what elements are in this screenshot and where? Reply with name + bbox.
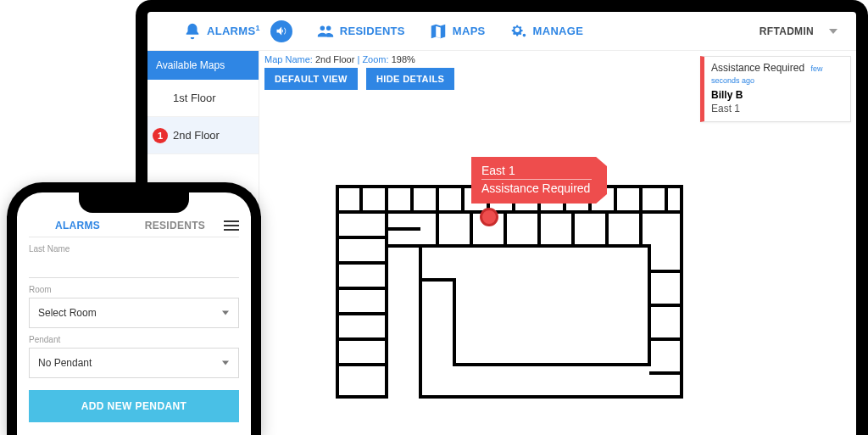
tab-alarms[interactable]: ALARMS <box>29 220 126 231</box>
lastname-input[interactable] <box>29 255 239 278</box>
nav-maps[interactable]: MAPS <box>429 22 486 41</box>
hide-details-button[interactable]: HIDE DETAILS <box>366 68 454 90</box>
tab-residents[interactable]: RESIDENTS <box>126 220 224 231</box>
nav-maps-label: MAPS <box>453 25 486 37</box>
map-icon <box>429 22 448 41</box>
map-callout[interactable]: East 1 Assistance Required <box>471 157 607 204</box>
label-lastname: Last Name <box>29 244 239 254</box>
nav-alarms[interactable]: ALARMS1 <box>183 22 260 41</box>
sidebar-header: Available Maps <box>147 51 259 80</box>
map-alert-pin[interactable] <box>480 208 498 226</box>
menu-icon[interactable] <box>224 220 239 231</box>
alert-location: East 1 <box>711 103 843 114</box>
nav-alarms-label: ALARMS1 <box>207 24 260 37</box>
sidebar-item-label: 2nd Floor <box>173 129 220 142</box>
alert-card[interactable]: Assistance Required few seconds ago Bill… <box>700 56 851 122</box>
nav-manage-label: MANAGE <box>533 25 584 37</box>
phone-app-frame: ALARMS RESIDENTS Last Name Room Select R… <box>7 182 261 435</box>
default-view-button[interactable]: DEFAULT VIEW <box>264 68 358 90</box>
callout-status: Assistance Required <box>481 181 592 195</box>
phone-notch <box>79 192 189 213</box>
sidebar-item-1st-floor[interactable]: 1st Floor <box>147 80 259 117</box>
top-nav: ALARMS1 RESIDENTS MAPS MANAGE RFTADMIN <box>147 12 856 51</box>
add-pendant-button[interactable]: ADD NEW PENDANT <box>29 390 239 422</box>
alert-panel: Assistance Required few seconds ago Bill… <box>695 51 856 435</box>
alert-count-badge: 1 <box>153 128 168 143</box>
svg-rect-14 <box>337 212 387 397</box>
sidebar-item-label: 1st Floor <box>173 92 216 104</box>
alert-person: Billy B <box>711 89 843 101</box>
sound-toggle[interactable] <box>270 20 292 42</box>
nav-manage[interactable]: MANAGE <box>509 22 584 41</box>
user-name: RFTADMIN <box>760 25 814 37</box>
gears-icon <box>509 22 528 41</box>
phone-tabs: ALARMS RESIDENTS <box>29 220 239 237</box>
alert-title: Assistance Required <box>711 62 804 74</box>
speaker-icon <box>275 25 287 37</box>
callout-location: East 1 <box>481 164 592 180</box>
pendant-select[interactable]: No Pendant <box>29 348 239 378</box>
sidebar-item-2nd-floor[interactable]: 1 2nd Floor <box>147 117 259 154</box>
bell-icon <box>183 22 202 41</box>
users-icon <box>316 22 335 41</box>
chevron-down-icon <box>829 29 837 34</box>
room-select[interactable]: Select Room <box>29 298 239 328</box>
nav-residents[interactable]: RESIDENTS <box>316 22 405 41</box>
user-menu[interactable]: RFTADMIN <box>760 25 849 37</box>
nav-residents-label: RESIDENTS <box>340 25 405 37</box>
map-meta: Map Name: 2nd Floor | Zoom: 198% <box>264 54 690 64</box>
map-panel: Map Name: 2nd Floor | Zoom: 198% DEFAULT… <box>259 51 695 435</box>
label-room: Room <box>29 285 239 294</box>
label-pendant: Pendant <box>29 335 239 344</box>
